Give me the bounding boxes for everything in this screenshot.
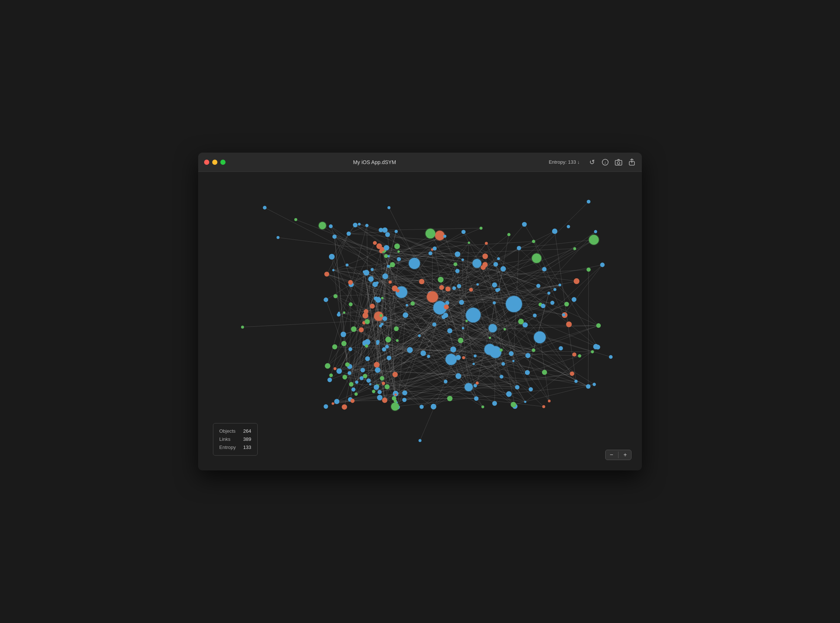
entropy-stat-value: 133 bbox=[243, 443, 251, 451]
entropy-stat-label: Entropy bbox=[219, 443, 236, 451]
zoom-divider bbox=[618, 451, 618, 458]
export-icon[interactable] bbox=[628, 158, 636, 166]
links-label: Links bbox=[219, 435, 230, 443]
window-title: My iOS App.dSYM bbox=[200, 159, 549, 165]
entropy-label: Entropy: 133 ↓ bbox=[549, 159, 580, 165]
links-value: 389 bbox=[243, 435, 251, 443]
objects-value: 264 bbox=[243, 427, 251, 435]
info-icon[interactable]: i bbox=[601, 158, 609, 166]
titlebar: My iOS App.dSYM Entropy: 133 ↓ ↺ i bbox=[198, 153, 642, 172]
objects-label: Objects bbox=[219, 427, 235, 435]
zoom-out-button[interactable]: − bbox=[606, 450, 617, 460]
graph-canvas[interactable] bbox=[198, 172, 642, 470]
svg-point-3 bbox=[617, 161, 620, 164]
zoom-in-button[interactable]: + bbox=[619, 450, 631, 460]
app-window: My iOS App.dSYM Entropy: 133 ↓ ↺ i bbox=[198, 153, 642, 470]
camera-icon[interactable] bbox=[614, 158, 623, 166]
graph-area[interactable]: Objects 264 Links 389 Entropy 133 − + bbox=[198, 172, 642, 470]
refresh-icon[interactable]: ↺ bbox=[588, 158, 596, 166]
titlebar-actions: Entropy: 133 ↓ ↺ i bbox=[549, 158, 636, 166]
svg-text:i: i bbox=[605, 160, 606, 164]
stats-box: Objects 264 Links 389 Entropy 133 bbox=[213, 423, 258, 456]
zoom-controls: − + bbox=[605, 450, 631, 460]
